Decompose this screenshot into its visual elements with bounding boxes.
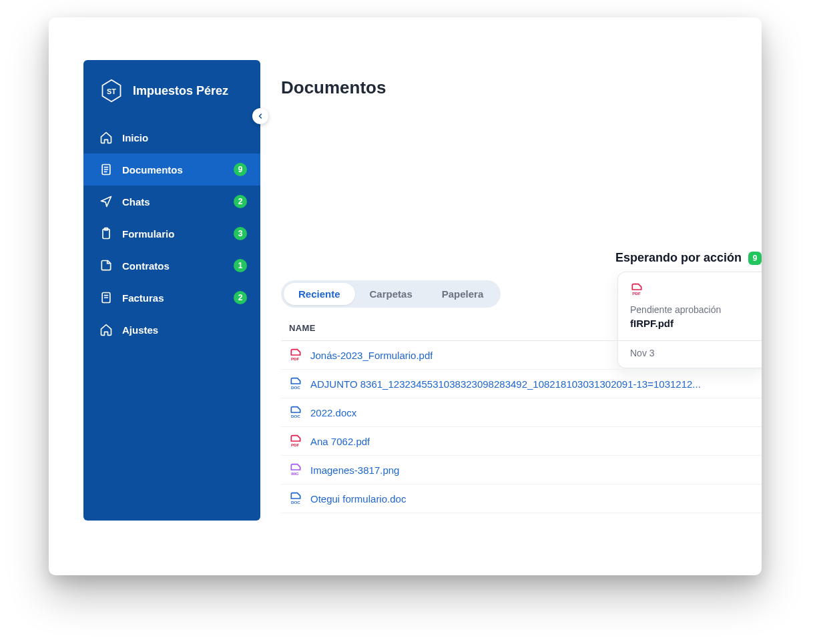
home-icon [99,131,113,144]
sidebar-item-badge: 2 [234,291,247,304]
main-content: Documentos Esperando por acción 9 PDF Pe… [281,77,762,575]
tab-reciente[interactable]: Reciente [284,283,355,305]
svg-text:PDF: PDF [291,356,300,361]
file-name: 2022.docx [310,407,356,418]
app-card: ST Impuestos Pérez InicioDocumentos9Chat… [49,17,762,575]
file-pdf-icon: PDF [289,434,302,448]
sidebar-item-badge: 3 [234,227,247,240]
file-pdf-icon: PDF [289,348,302,362]
sidebar-item-label: Chats [122,196,224,208]
svg-text:PDF: PDF [291,442,300,447]
sidebar-item-facturas[interactable]: Facturas2 [83,282,260,314]
svg-text:DOC: DOC [291,414,300,418]
sidebar-item-ajustes[interactable]: Ajustes [83,314,260,346]
brand: ST Impuestos Pérez [83,60,260,117]
table-row[interactable]: IMGImagenes-3817.png [281,456,762,485]
sidebar-item-label: Contratos [122,260,224,272]
svg-text:DOC: DOC [291,385,300,390]
svg-text:DOC: DOC [291,500,300,505]
table-row[interactable]: DOCADJUNTO 8361_123234553103832309828​34… [281,370,762,398]
sidebar-item-contratos[interactable]: Contratos1 [83,250,260,282]
chevron-left-icon [256,112,264,120]
document-icon [99,163,113,176]
column-name: NAME [289,323,316,333]
sidebar-item-badge: 9 [234,163,247,176]
svg-text:ST: ST [107,87,116,95]
sidebar-item-chats[interactable]: Chats2 [83,186,260,218]
send-icon [99,195,113,208]
file-save-icon [99,259,113,272]
clipboard-icon [99,227,113,240]
tab-carpetas[interactable]: Carpetas [355,283,427,305]
sidebar-nav: InicioDocumentos9Chats2Formulario3Contra… [83,121,260,346]
file-name: Otegui formulario.doc [310,493,406,505]
sidebar-item-inicio[interactable]: Inicio [83,121,260,153]
table-row[interactable]: PDFAna 7062.pdf [281,427,762,456]
sidebar-item-badge: 1 [234,259,247,272]
page-title: Documentos [281,77,762,98]
file-name: ADJUNTO 8361_123234553103832309828​3492_… [310,378,701,390]
file-name: Ana 7062.pdf [310,436,370,447]
home-icon [99,323,113,336]
waiting-action-badge: 9 [748,252,762,265]
sidebar-item-formulario[interactable]: Formulario3 [83,218,260,250]
sidebar-item-badge: 2 [234,195,247,208]
sidebar-item-label: Facturas [122,292,224,304]
file-doc-icon: DOC [289,406,302,419]
waiting-action-status: Pendiente aprobación [630,304,750,315]
brand-logo-icon: ST [99,79,123,103]
tabs: RecienteCarpetasPapelera [281,280,501,308]
sidebar: ST Impuestos Pérez InicioDocumentos9Chat… [83,60,260,521]
brand-name: Impuestos Pérez [133,84,228,98]
receipt-icon [99,291,113,304]
file-doc-icon: DOC [289,377,302,390]
sidebar-item-label: Formulario [122,228,224,240]
file-doc-icon: DOC [289,492,302,505]
documents-table: NAME PDFJonás-2023_Formulario.pdfDOCADJU… [281,315,762,513]
svg-text:PDF: PDF [632,291,641,296]
file-name: Imagenes-3817.png [310,464,399,476]
svg-text:IMG: IMG [291,471,299,476]
sidebar-item-label: Documentos [122,164,224,176]
file-name: Jonás-2023_Formulario.pdf [310,350,433,361]
file-img-icon: IMG [289,463,302,476]
table-row[interactable]: DOC2022.docx [281,398,762,427]
sidebar-item-documentos[interactable]: Documentos9 [83,153,260,186]
waiting-action-title: Esperando por acción [615,251,742,265]
sidebar-item-label: Ajustes [122,324,247,336]
table-row[interactable]: PDFJonás-2023_Formulario.pdf [281,341,762,370]
tab-papelera[interactable]: Papelera [427,283,499,305]
sidebar-item-label: Inicio [122,132,247,143]
table-header: NAME [281,315,762,341]
pdf-icon: PDF [630,283,643,296]
table-row[interactable]: DOCOtegui formulario.doc [281,485,762,513]
